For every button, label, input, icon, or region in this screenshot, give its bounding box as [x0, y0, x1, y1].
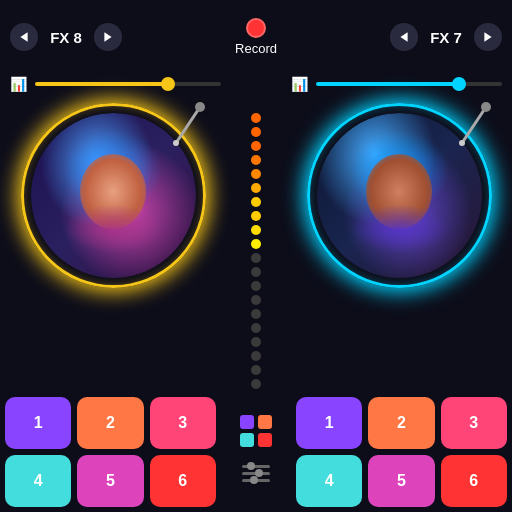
svg-marker-0 [20, 32, 27, 42]
mixer-line-1 [242, 465, 270, 468]
eq-dot-3 [251, 141, 261, 151]
center-bottom-controls [221, 397, 291, 507]
eq-dot-4 [251, 155, 261, 165]
left-turntable-wrapper [21, 103, 206, 288]
eq-dot-12 [251, 267, 261, 277]
eq-dot-13 [251, 281, 261, 291]
right-turntable-section [291, 103, 507, 389]
svg-point-7 [173, 140, 179, 146]
center-column [221, 103, 291, 389]
fx-left-label: FX 8 [46, 29, 86, 46]
left-pad-section: 1 2 3 4 5 6 [5, 397, 216, 507]
eq-dot-2 [251, 127, 261, 137]
left-pad-row-2: 4 5 6 [5, 455, 216, 507]
right-slider-track[interactable] [316, 82, 502, 86]
eq-dot-16 [251, 323, 261, 333]
svg-point-11 [459, 140, 465, 146]
grid-cell-2 [258, 415, 272, 429]
svg-point-10 [481, 102, 491, 112]
grid-cell-4 [258, 433, 272, 447]
app-container: FX 8 Record FX 7 📊 [0, 0, 512, 512]
eq-dot-10 [251, 239, 261, 249]
right-turntable-wrapper [307, 103, 492, 288]
fx-right-prev-button[interactable] [390, 23, 418, 51]
main-content [0, 98, 512, 389]
right-pad-row-2: 4 5 6 [296, 455, 507, 507]
svg-line-9 [462, 107, 486, 143]
grid-cell-3 [240, 433, 254, 447]
svg-point-6 [195, 102, 205, 112]
right-pad-section: 1 2 3 4 5 6 [296, 397, 507, 507]
eq-dot-9 [251, 225, 261, 235]
left-pad-3[interactable]: 3 [150, 397, 216, 449]
mixer-line-2 [242, 472, 270, 475]
record-label: Record [235, 41, 277, 56]
eq-dot-20 [251, 379, 261, 389]
eq-dot-18 [251, 351, 261, 361]
left-pad-row-1: 1 2 3 [5, 397, 216, 449]
left-pad-5[interactable]: 5 [77, 455, 143, 507]
right-pad-1[interactable]: 1 [296, 397, 362, 449]
grid-cell-1 [240, 415, 254, 429]
eq-dot-6 [251, 183, 261, 193]
record-button[interactable]: Record [235, 18, 277, 56]
eq-dot-15 [251, 309, 261, 319]
right-pad-6[interactable]: 6 [441, 455, 507, 507]
svg-marker-1 [104, 32, 111, 42]
right-slider-thumb[interactable] [452, 77, 466, 91]
left-volume-icon: 📊 [10, 76, 27, 92]
bottom-section: 1 2 3 4 5 6 [0, 389, 512, 512]
left-slider-group: 📊 [10, 76, 221, 92]
eq-dot-14 [251, 295, 261, 305]
right-pad-4[interactable]: 4 [296, 455, 362, 507]
left-pad-1[interactable]: 1 [5, 397, 71, 449]
mixer-button[interactable] [240, 457, 272, 489]
eq-dot-1 [251, 113, 261, 123]
fx-right-next-button[interactable] [474, 23, 502, 51]
left-tonearm [156, 98, 216, 158]
eq-dot-17 [251, 337, 261, 347]
eq-dot-8 [251, 211, 261, 221]
left-slider-thumb[interactable] [161, 77, 175, 91]
right-pad-2[interactable]: 2 [368, 397, 434, 449]
right-slider-group: 📊 [291, 76, 502, 92]
left-pad-4[interactable]: 4 [5, 455, 71, 507]
fx-left-control: FX 8 [10, 23, 122, 51]
eq-dot-19 [251, 365, 261, 375]
fx-left-next-button[interactable] [94, 23, 122, 51]
right-volume-icon: 📊 [291, 76, 308, 92]
svg-marker-2 [400, 32, 407, 42]
left-pad-6[interactable]: 6 [150, 455, 216, 507]
eq-dot-11 [251, 253, 261, 263]
grid-view-button[interactable] [240, 415, 272, 447]
svg-marker-3 [484, 32, 491, 42]
fx-right-control: FX 7 [390, 23, 502, 51]
right-tonearm [442, 98, 502, 158]
sliders-row: 📊 📊 [0, 70, 512, 98]
fx-right-label: FX 7 [426, 29, 466, 46]
eq-dot-5 [251, 169, 261, 179]
record-dot [246, 18, 266, 38]
fx-left-prev-button[interactable] [10, 23, 38, 51]
eq-dot-7 [251, 197, 261, 207]
right-pad-3[interactable]: 3 [441, 397, 507, 449]
left-turntable-section [5, 103, 221, 389]
top-bar: FX 8 Record FX 7 [0, 0, 512, 70]
svg-line-5 [176, 107, 200, 143]
left-slider-track[interactable] [35, 82, 221, 86]
mixer-line-3 [242, 479, 270, 482]
right-pad-row-1: 1 2 3 [296, 397, 507, 449]
left-pad-2[interactable]: 2 [77, 397, 143, 449]
right-pad-5[interactable]: 5 [368, 455, 434, 507]
eq-dots [251, 113, 261, 389]
